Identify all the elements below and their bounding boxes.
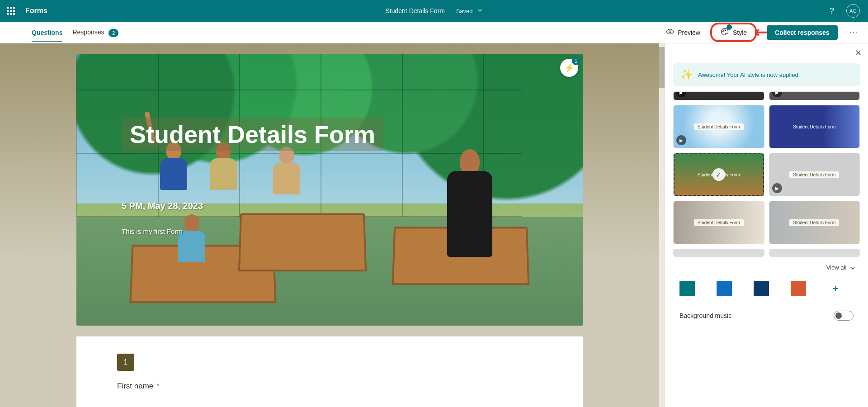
view-all-themes[interactable]: View all — [670, 257, 863, 274]
form-title-bar[interactable]: Student Details Form - Saved — [385, 7, 482, 14]
theme-card[interactable]: Student Details Form▶ — [673, 105, 764, 148]
canvas-scrollbar[interactable] — [659, 43, 665, 407]
sparkle-icon: ✨ — [680, 69, 693, 80]
style-notification-dot — [726, 24, 732, 30]
svg-point-3 — [725, 30, 726, 31]
theme-card-selected[interactable]: Student Details Form✓ — [673, 153, 764, 196]
suggestions-button[interactable]: ⚡ 1 — [560, 59, 578, 77]
required-indicator: * — [156, 382, 160, 390]
theme-card[interactable]: ▶ — [673, 91, 764, 100]
theme-card[interactable] — [769, 249, 860, 257]
top-app-bar: Forms Student Details Form - Saved ? AG — [0, 0, 868, 22]
more-options-icon[interactable]: ··· — [848, 27, 860, 38]
preview-button[interactable]: Preview — [666, 28, 700, 37]
suggestions-count: 1 — [572, 57, 580, 65]
app-launcher-icon[interactable] — [0, 0, 22, 22]
question-number: 1 — [117, 354, 134, 371]
command-bar: Questions Responses 2 Preview Style Coll… — [0, 22, 868, 43]
responses-count-badge: 2 — [108, 29, 118, 37]
palette-icon — [720, 27, 729, 38]
color-swatch-teal[interactable] — [679, 281, 695, 296]
svg-point-2 — [723, 30, 724, 31]
color-swatches: + — [670, 274, 863, 305]
tab-responses[interactable]: Responses 2 — [72, 23, 118, 42]
form-canvas: Student Details Form 5 PM, May 28, 2023 … — [0, 43, 659, 407]
title-separator: - — [449, 7, 452, 14]
svg-point-1 — [722, 31, 723, 32]
form-header-image[interactable]: Student Details Form 5 PM, May 28, 2023 … — [76, 54, 583, 326]
play-icon: ▶ — [772, 183, 782, 193]
add-color-button[interactable]: + — [828, 281, 843, 296]
app-name: Forms — [25, 7, 47, 15]
theme-card[interactable] — [673, 249, 764, 257]
background-music-row: Background music — [670, 305, 863, 326]
collect-responses-button[interactable]: Collect responses — [767, 25, 838, 40]
tab-questions[interactable]: Questions — [32, 23, 62, 41]
ai-style-banner: ✨ Awesome! Your AI style is now applied. — [673, 63, 860, 86]
eye-icon — [666, 28, 674, 37]
help-icon[interactable]: ? — [826, 5, 838, 17]
save-status: Saved — [456, 8, 473, 14]
play-icon: ▶ — [772, 91, 782, 97]
user-avatar[interactable]: AG — [846, 4, 860, 18]
style-button[interactable]: Style — [710, 23, 757, 42]
question-card[interactable]: 1 First name * — [76, 336, 583, 407]
check-icon: ✓ — [712, 168, 725, 181]
close-panel-icon[interactable]: ✕ — [849, 43, 868, 60]
theme-card[interactable]: Student Details Form — [769, 201, 860, 244]
style-panel: ✕ ✨ Awesome! Your AI style is now applie… — [665, 43, 868, 407]
form-title-heading[interactable]: Student Details Form — [122, 118, 383, 151]
svg-point-0 — [669, 31, 671, 33]
play-icon: ▶ — [676, 91, 686, 97]
theme-card[interactable]: ▶ — [769, 91, 860, 100]
theme-card[interactable]: Student Details Form▶ — [769, 153, 860, 196]
color-swatch-navy[interactable] — [754, 281, 769, 296]
form-description[interactable]: This is my first Form — [122, 227, 383, 235]
background-music-toggle[interactable] — [834, 311, 854, 321]
form-title: Student Details Form — [385, 7, 445, 14]
question-label: First name * — [117, 382, 542, 391]
theme-card[interactable]: Student Details Form — [769, 105, 860, 148]
theme-card[interactable]: Student Details Form — [673, 201, 764, 244]
color-swatch-orange[interactable] — [791, 281, 806, 296]
lightning-icon: ⚡ — [564, 63, 574, 73]
color-swatch-blue[interactable] — [717, 281, 732, 296]
play-icon: ▶ — [676, 135, 686, 145]
form-date: 5 PM, May 28, 2023 — [122, 201, 383, 211]
chevron-down-icon[interactable] — [477, 7, 483, 14]
